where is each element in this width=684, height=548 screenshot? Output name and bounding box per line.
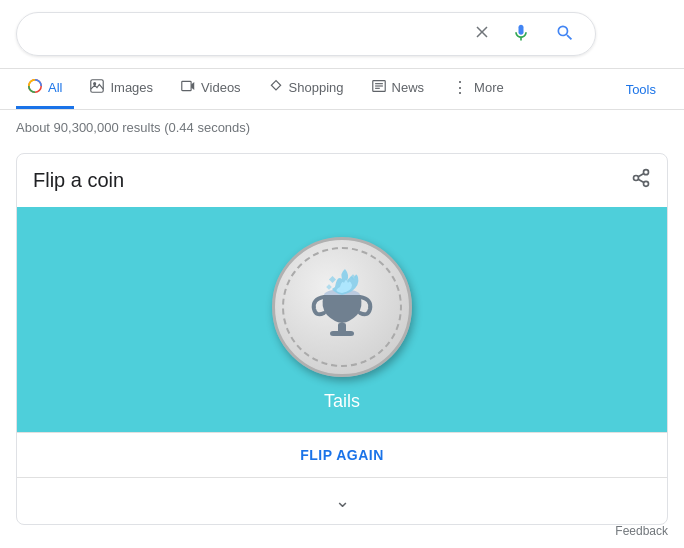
tab-all[interactable]: All [16,69,74,109]
tab-news[interactable]: News [360,69,437,109]
search-icons [469,19,579,50]
coin-display: Tails [17,207,667,432]
svg-point-10 [644,181,649,186]
search-button[interactable] [551,19,579,50]
coin-card-title: Flip a coin [33,169,124,192]
expand-row[interactable]: ⌄ [17,478,667,524]
coin-circle [272,237,412,377]
svg-point-9 [634,176,639,181]
shopping-icon [269,79,283,96]
tab-shopping-label: Shopping [289,80,344,95]
tab-videos-label: Videos [201,80,241,95]
tab-news-label: News [392,80,425,95]
clear-button[interactable] [469,19,495,50]
tab-shopping[interactable]: Shopping [257,69,356,109]
tools-button[interactable]: Tools [614,72,668,107]
svg-rect-16 [329,276,336,283]
flip-again-button[interactable]: FLIP AGAIN [300,447,384,463]
videos-icon [181,79,195,96]
svg-point-8 [644,170,649,175]
tab-more[interactable]: ⋮ More [440,70,516,109]
all-icon [28,79,42,96]
search-input[interactable]: Flip a coin [33,25,469,43]
coin-result-label: Tails [324,391,360,412]
search-bar: Flip a coin [16,12,596,56]
images-icon [90,79,104,96]
share-button[interactable] [631,168,651,193]
mic-icon [511,23,531,43]
chevron-down-icon: ⌄ [335,490,350,512]
search-bar-container: Flip a coin [0,0,684,69]
nav-tabs: All Images Videos Shopping [0,69,684,110]
coin-card-header: Flip a coin [17,154,667,207]
feedback-link[interactable]: Feedback [615,524,668,538]
tails-trophy-icon [302,267,382,347]
svg-line-11 [638,179,644,182]
svg-line-12 [638,173,644,176]
tab-all-label: All [48,80,62,95]
close-icon [473,23,491,41]
news-icon [372,79,386,96]
mic-button[interactable] [507,19,535,50]
tab-more-label: More [474,80,504,95]
share-icon [631,168,651,188]
svg-rect-18 [326,284,332,290]
search-icon [555,23,575,43]
tab-images-label: Images [110,80,153,95]
tab-videos[interactable]: Videos [169,69,253,109]
svg-rect-3 [182,81,191,90]
flip-again-row: FLIP AGAIN [17,432,667,478]
more-icon: ⋮ [452,80,468,96]
coin-card: Flip a coin [16,153,668,525]
results-info: About 90,300,000 results (0.44 seconds) [0,110,684,145]
tab-images[interactable]: Images [78,69,165,109]
svg-rect-15 [330,331,354,336]
coin-inner [282,247,402,367]
